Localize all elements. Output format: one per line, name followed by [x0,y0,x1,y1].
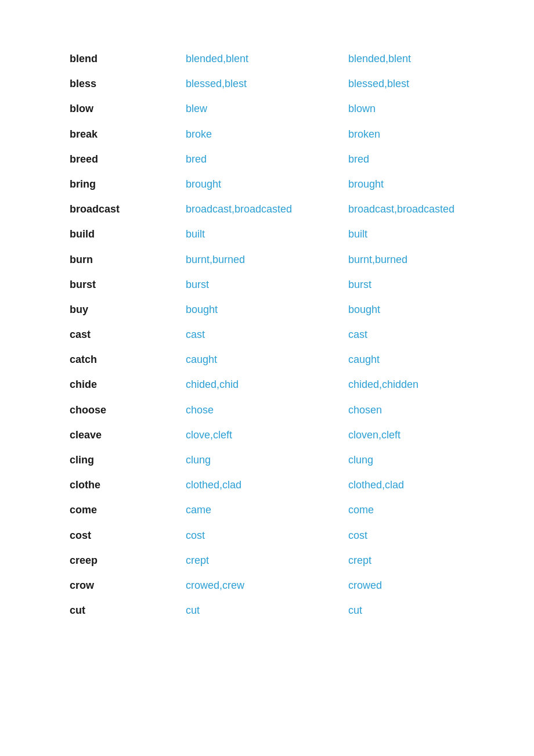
table-row: catchcaughtcaught [70,347,464,372]
verb-base: catch [70,347,186,372]
verb-base: cast [70,322,186,347]
verb-past: blew [186,96,348,121]
verb-participle: cast [348,322,464,347]
table-row: costcostcost [70,523,464,548]
verb-participle: bred [348,147,464,172]
verb-past: bought [186,297,348,322]
table-row: cutcutcut [70,598,464,623]
verb-conjugation-table: blendblended,blentblended,blentblessbles… [70,46,464,623]
table-row: buyboughtbought [70,297,464,322]
verb-participle: crept [348,548,464,573]
verb-past: crept [186,548,348,573]
verb-past: cut [186,598,348,623]
verb-past: bred [186,147,348,172]
verb-participle: chided,chidden [348,372,464,397]
verb-past: cost [186,523,348,548]
verb-base: buy [70,297,186,322]
table-row: burnburnt,burnedburnt,burned [70,247,464,272]
table-row: cleaveclove,cleftcloven,cleft [70,423,464,448]
verb-participle: crowed [348,573,464,598]
verb-base: choose [70,398,186,423]
verb-past: built [186,222,348,247]
verb-participle: chosen [348,398,464,423]
verb-participle: broadcast,broadcasted [348,197,464,222]
verb-base: cleave [70,423,186,448]
table-row: chidechided,chidchided,chidden [70,372,464,397]
verb-base: clothe [70,473,186,498]
table-row: clotheclothed,cladclothed,clad [70,473,464,498]
table-row: choosechosechosen [70,398,464,423]
verb-base: bring [70,172,186,197]
table-row: blessblessed,blestblessed,blest [70,71,464,96]
verb-participle: blended,blent [348,46,464,71]
verb-past: came [186,498,348,523]
table-row: bringbroughtbrought [70,172,464,197]
verb-base: broadcast [70,197,186,222]
verb-base: crow [70,573,186,598]
verb-past: blessed,blest [186,71,348,96]
verb-participle: caught [348,347,464,372]
verb-participle: burnt,burned [348,247,464,272]
verb-participle: blown [348,96,464,121]
table-row: blendblended,blentblended,blent [70,46,464,71]
verb-past: cast [186,322,348,347]
verb-base: chide [70,372,186,397]
verb-base: cling [70,448,186,473]
table-row: breakbrokebroken [70,122,464,147]
verb-participle: cost [348,523,464,548]
table-row: buildbuiltbuilt [70,222,464,247]
verb-past: burst [186,272,348,297]
verb-base: burst [70,272,186,297]
verb-participle: come [348,498,464,523]
verb-participle: cloven,cleft [348,423,464,448]
verb-past: brought [186,172,348,197]
table-row: blowblewblown [70,96,464,121]
verb-participle: clothed,clad [348,473,464,498]
table-row: comecamecome [70,498,464,523]
verb-past: chose [186,398,348,423]
verb-past: clothed,clad [186,473,348,498]
verb-base: bless [70,71,186,96]
table-row: breedbredbred [70,147,464,172]
verb-past: broadcast,broadcasted [186,197,348,222]
verb-past: clung [186,448,348,473]
verb-base: creep [70,548,186,573]
verb-participle: cut [348,598,464,623]
table-row: clingclungclung [70,448,464,473]
verb-base: burn [70,247,186,272]
verb-participle: built [348,222,464,247]
verb-participle: blessed,blest [348,71,464,96]
table-row: burstburstburst [70,272,464,297]
verb-base: cut [70,598,186,623]
verb-past: blended,blent [186,46,348,71]
table-row: creepcreptcrept [70,548,464,573]
verb-base: breed [70,147,186,172]
verb-participle: clung [348,448,464,473]
verb-base: build [70,222,186,247]
verb-past: chided,chid [186,372,348,397]
verb-past: burnt,burned [186,247,348,272]
verb-past: clove,cleft [186,423,348,448]
verb-past: crowed,crew [186,573,348,598]
verb-base: cost [70,523,186,548]
verb-participle: burst [348,272,464,297]
table-row: crowcrowed,crewcrowed [70,573,464,598]
verb-base: blend [70,46,186,71]
verb-participle: broken [348,122,464,147]
verb-past: broke [186,122,348,147]
verb-past: caught [186,347,348,372]
verb-base: blow [70,96,186,121]
verb-participle: brought [348,172,464,197]
table-row: broadcastbroadcast,broadcastedbroadcast,… [70,197,464,222]
verb-base: break [70,122,186,147]
verb-participle: bought [348,297,464,322]
table-row: castcastcast [70,322,464,347]
verb-base: come [70,498,186,523]
